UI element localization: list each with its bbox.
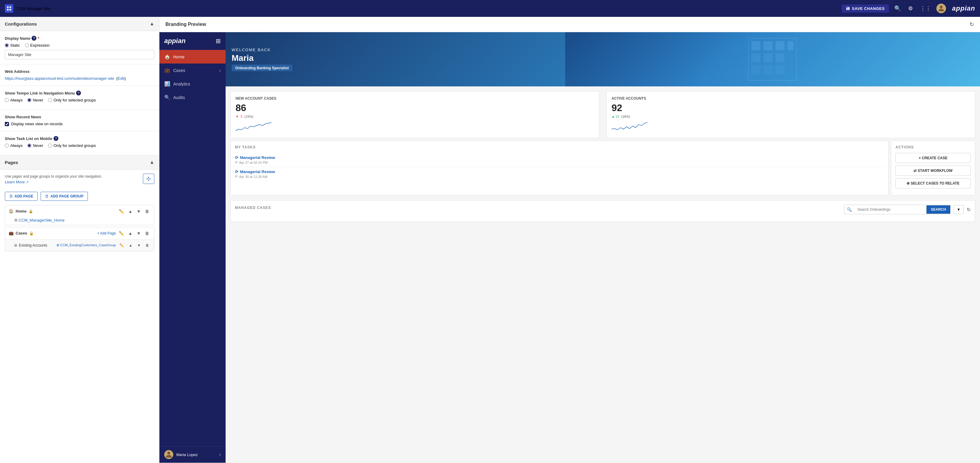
card2-stat: ▲ 22 (18%): [611, 115, 970, 118]
task-list-radio-group: Always Never Only for selected groups: [5, 143, 154, 148]
task-list-help-icon[interactable]: ?: [54, 136, 58, 141]
add-page-group-button[interactable]: 🗋 ADD PAGE GROUP: [41, 192, 88, 201]
edit-link[interactable]: Edit: [118, 76, 124, 81]
show-record-news-section: Show Record News Display news view on re…: [0, 110, 159, 131]
external-link-icon: ↗: [26, 180, 29, 184]
cases-page-item: 💼 Cases 🔒 + Add Page ✏️ ▲ ▼ 🗑: [5, 227, 154, 251]
cases-up-button[interactable]: ▲: [127, 230, 134, 236]
display-name-section: Display Name ? * Static Expression: [0, 31, 159, 64]
sidebar-collapse-button[interactable]: ‹: [219, 452, 221, 457]
cases-add-page-inline[interactable]: + Add Page: [97, 231, 116, 235]
pages-title: Pages: [5, 160, 18, 165]
task-never-radio[interactable]: Never: [27, 143, 43, 148]
existing-accounts-sub-page: ⊞ Existing Accounts ⊞ CCM_ExistingCustom…: [5, 239, 154, 251]
task0-date: ⟳ Apr 27 at 02:15 PM: [235, 160, 884, 164]
svg-rect-5: [148, 177, 149, 177]
tempo-help-icon[interactable]: ?: [76, 91, 81, 96]
app-icon: [5, 4, 13, 13]
managed-cases-search-button[interactable]: SEARCH: [926, 205, 950, 214]
audits-nav-icon: 🔍: [164, 94, 170, 100]
start-workflow-button[interactable]: ⇄ START WORKFLOW: [896, 166, 970, 176]
create-case-button[interactable]: + CREATE CASE: [896, 153, 970, 163]
sidebar-nav-audits-left: 🔍 Audits: [164, 94, 185, 100]
task-always-radio[interactable]: Always: [5, 143, 22, 148]
preview-content: appian ⊞ 🏠 Home 💼 Cases ›: [159, 32, 980, 463]
existing-accounts-delete-button[interactable]: 🗑: [145, 243, 150, 248]
settings-button[interactable]: ⚙: [906, 4, 915, 13]
existing-accounts-up-button[interactable]: ▲: [127, 243, 134, 248]
configurations-collapse-button[interactable]: ▲: [150, 21, 154, 27]
task0-title[interactable]: ⟳ Managerial Review: [235, 155, 884, 160]
cases-delete-button[interactable]: 🗑: [144, 230, 150, 236]
existing-accounts-icon: ⊞: [14, 243, 17, 247]
home-down-button[interactable]: ▼: [135, 208, 142, 214]
save-changes-button[interactable]: SAVE CHANGES: [842, 5, 889, 13]
cases-down-button[interactable]: ▼: [135, 230, 142, 236]
task-icon-0: ⟳: [235, 155, 238, 160]
add-page-button[interactable]: 🗋 ADD PAGE: [5, 192, 38, 201]
cases-nav-icon: 💼: [164, 67, 170, 73]
record-news-checkbox[interactable]: Display news view on records: [5, 121, 154, 126]
cases-arrow-icon: ›: [219, 68, 221, 73]
home-edit-button[interactable]: ✏️: [118, 208, 125, 214]
svg-rect-23: [764, 65, 772, 74]
existing-accounts-edit-button[interactable]: ✏️: [118, 243, 125, 248]
pages-collapse-button[interactable]: ▲: [150, 160, 154, 165]
sidebar-item-analytics[interactable]: 📊 Analytics: [159, 77, 226, 91]
topbar-left: CCM Manager Site: [5, 4, 50, 13]
sidebar-user-avatar: [164, 450, 173, 459]
search-button[interactable]: 🔍: [892, 4, 903, 13]
svg-rect-8: [148, 180, 149, 181]
home-delete-button[interactable]: 🗑: [144, 208, 150, 214]
home-nav-icon: 🏠: [164, 54, 170, 60]
sidebar-grid-icon[interactable]: ⊞: [216, 37, 221, 45]
task-item-1: ⟳ Managerial Review ⟳ Apr 30 at 11:30 AM: [235, 167, 884, 181]
cases-lock-icon: 🔒: [29, 231, 34, 235]
preview-main: WELCOME BACK Maria Onboarding Banking Sp…: [226, 32, 980, 463]
tempo-selected-groups-radio[interactable]: Only for selected groups: [48, 98, 96, 102]
svg-rect-18: [788, 41, 794, 50]
tempo-always-radio[interactable]: Always: [5, 98, 22, 102]
user-avatar[interactable]: [936, 3, 946, 13]
sidebar-cases-label: Cases: [173, 68, 185, 73]
show-record-news-label: Show Record News: [5, 115, 154, 119]
managed-cases-panel: MANAGED CASES 🔍 SEARCH ▼ ↻: [231, 200, 975, 222]
display-name-input[interactable]: [5, 50, 154, 59]
select-cases-button[interactable]: ⊕ SELECT CASES TO RELATE: [896, 178, 970, 188]
managed-cases-search-input[interactable]: [854, 205, 926, 214]
web-address-section: Web Address https://hourglass.appianclou…: [0, 64, 159, 86]
existing-accounts-down-button[interactable]: ▼: [136, 243, 142, 248]
home-page-item: 🏠 Home 🔒 ✏️ ▲ ▼ 🗑 ⊞ CCM_ManagerSite_Home: [5, 205, 154, 225]
cases-edit-button[interactable]: ✏️: [118, 230, 125, 236]
expression-radio[interactable]: Expression: [25, 43, 49, 48]
preview-bottom: MY TASKS ⟳ Managerial Review ⟳ Apr 27 at…: [226, 140, 980, 200]
display-name-radio-group: Static Expression: [5, 43, 154, 48]
managed-cases-refresh-button[interactable]: ↻: [967, 207, 970, 212]
svg-rect-1: [10, 6, 11, 8]
home-page-title: 🏠 Home 🔒: [9, 209, 33, 214]
learn-more-link[interactable]: Learn More ↗: [5, 180, 29, 184]
tempo-never-radio[interactable]: Never: [27, 98, 43, 102]
sidebar-item-audits[interactable]: 🔍 Audits: [159, 91, 226, 104]
task1-title[interactable]: ⟳ Managerial Review: [235, 169, 884, 174]
task-date-icon-1: ⟳: [235, 175, 238, 179]
page-action-buttons: 🗋 ADD PAGE 🗋 ADD PAGE GROUP: [5, 192, 154, 201]
preview-refresh-button[interactable]: ↻: [969, 21, 974, 28]
home-up-button[interactable]: ▲: [127, 208, 134, 214]
filter-button[interactable]: ▼: [953, 205, 964, 214]
display-name-help-icon[interactable]: ?: [32, 36, 37, 41]
sidebar-audits-label: Audits: [173, 95, 185, 100]
sitemap-button[interactable]: [143, 174, 154, 184]
task-selected-groups-radio[interactable]: Only for selected groups: [48, 143, 96, 148]
sidebar-analytics-label: Analytics: [173, 81, 190, 86]
web-address-label: Web Address: [5, 69, 154, 74]
web-address-link[interactable]: https://hourglass.appiancloud-test.com/s…: [5, 76, 114, 81]
task1-date: ⟳ Apr 30 at 11:30 AM: [235, 175, 884, 179]
apps-button[interactable]: ⋮⋮: [918, 4, 933, 13]
sidebar-item-cases[interactable]: 💼 Cases ›: [159, 64, 226, 77]
card1-sparkline: [235, 120, 594, 133]
sidebar-item-home[interactable]: 🏠 Home: [159, 50, 226, 64]
home-sub-link[interactable]: CCM_ManagerSite_Home: [19, 218, 64, 222]
static-radio[interactable]: Static: [5, 43, 20, 48]
existing-accounts-sub-link[interactable]: ⊞ CCM_ExistingCustomers_CaseGroup: [57, 243, 116, 247]
